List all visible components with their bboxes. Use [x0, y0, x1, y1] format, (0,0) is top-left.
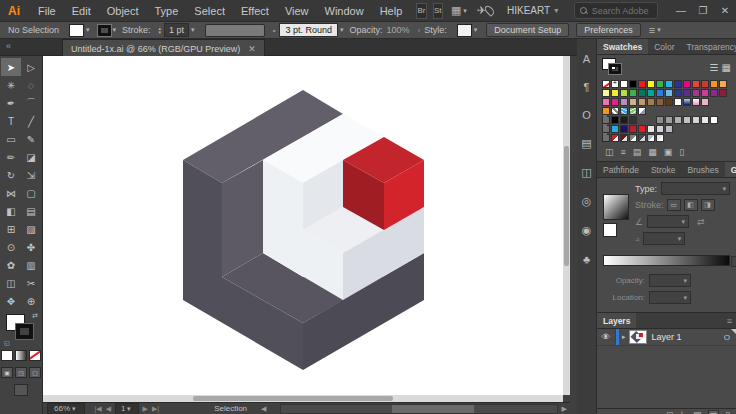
blend-tool[interactable]: ✤	[21, 238, 41, 256]
swatch[interactable]	[656, 125, 664, 133]
style-chevron-icon[interactable]: ▾	[474, 26, 478, 34]
gradient-slider-button[interactable]	[731, 256, 736, 267]
swatch[interactable]	[611, 89, 619, 97]
swatch[interactable]	[638, 125, 646, 133]
delete-layer-icon[interactable]: ▯	[725, 410, 730, 414]
gradient-location-select[interactable]: ▾	[649, 291, 691, 304]
workspace-chevron-icon[interactable]: ▾	[463, 7, 467, 15]
layer-name[interactable]: Layer 1	[652, 332, 682, 342]
gradient-slider[interactable]	[603, 255, 730, 266]
eyedropper-tool[interactable]: ⊙	[1, 238, 21, 256]
reverse-gradient-icon[interactable]: ⇄	[697, 217, 705, 227]
swatch[interactable]	[629, 125, 637, 133]
swatch-split-dkred[interactable]	[620, 134, 628, 142]
swatch-reg[interactable]	[611, 80, 619, 88]
hand-tool[interactable]: ✥	[1, 292, 21, 310]
magic-wand-tool[interactable]: ✳	[1, 76, 21, 94]
color-themes-icon[interactable]: ◉	[582, 224, 592, 237]
gradient-stop-proxy[interactable]	[603, 223, 617, 237]
free-transform-tool[interactable]: ▢	[21, 184, 41, 202]
paintbrush-tool[interactable]: ✎	[21, 130, 41, 148]
swatch[interactable]	[665, 116, 673, 124]
swatch-tri[interactable]	[638, 107, 646, 115]
swatches-fill-stroke-proxy[interactable]	[602, 58, 624, 76]
visibility-eye-icon[interactable]: 👁	[597, 329, 616, 345]
swatch[interactable]	[665, 89, 673, 97]
tab-pathfinder[interactable]: Pathfinde	[597, 162, 645, 177]
close-button[interactable]: ✕	[714, 3, 736, 19]
libraries-panel-icon[interactable]: ▤	[581, 137, 591, 150]
swatch[interactable]	[683, 89, 691, 97]
swatch[interactable]	[602, 89, 610, 97]
swatch-options-icon[interactable]: ▤	[633, 147, 642, 157]
menu-help[interactable]: Help	[372, 5, 411, 17]
stroke-swatch[interactable]	[98, 25, 111, 36]
gradient-tool[interactable]: ▨	[21, 220, 41, 238]
swatch[interactable]	[647, 80, 655, 88]
canvas[interactable]	[43, 56, 563, 395]
column-graph-tool[interactable]: ▥	[21, 256, 41, 274]
artboard-tool[interactable]: ◫	[1, 274, 21, 292]
swatch[interactable]	[629, 89, 637, 97]
tab-stroke[interactable]: Stroke	[645, 162, 682, 177]
swatch[interactable]	[710, 80, 718, 88]
horizontal-scrollbar[interactable]	[43, 395, 563, 402]
maximize-button[interactable]: ❐	[692, 3, 714, 19]
shaper-tool[interactable]: ◪	[21, 148, 41, 166]
opentype-panel-icon[interactable]: O	[582, 109, 591, 121]
stroke-proxy[interactable]	[16, 324, 33, 339]
color-group-folder[interactable]	[602, 134, 610, 142]
style-swatch[interactable]	[457, 24, 472, 37]
stroke-weight-field[interactable]: 1 pt	[164, 23, 189, 37]
scroll-right-icon[interactable]: ▶	[562, 405, 567, 413]
zoom-level-field[interactable]: 66% ▾	[47, 403, 85, 414]
more-options-chevron-icon[interactable]: ›	[418, 26, 421, 35]
fill-stroke-proxy[interactable]: ⇄ ◱	[4, 314, 38, 344]
bridge-button[interactable]: Br	[416, 3, 426, 19]
fill-chevron-icon[interactable]: ▾	[86, 26, 90, 34]
swatch[interactable]	[683, 80, 691, 88]
vertical-scrollbar[interactable]	[563, 56, 570, 395]
new-sublayer-icon[interactable]: ↳	[679, 410, 687, 414]
new-swatch-icon[interactable]: ▣	[664, 147, 673, 157]
swatch-pat-blue[interactable]	[620, 107, 628, 115]
swatch-checker[interactable]	[611, 107, 619, 115]
menu-view[interactable]: View	[277, 5, 317, 17]
gradient-stroke-button-3[interactable]: ◨	[701, 199, 715, 211]
swatch[interactable]	[629, 116, 637, 124]
selection-tool[interactable]: ➤	[1, 58, 21, 76]
rectangle-tool[interactable]: ▭	[1, 130, 21, 148]
horizontal-scrollbar-thumb[interactable]	[193, 396, 393, 401]
swatch[interactable]	[665, 98, 673, 106]
document-tab[interactable]: Untitled-1x.ai @ 66% (RGB/GPU Preview) ✕	[62, 39, 265, 57]
swatch[interactable]	[620, 89, 628, 97]
swatch-split-white[interactable]	[656, 134, 664, 142]
draw-normal-button[interactable]: ▣	[1, 367, 13, 378]
swatch[interactable]	[719, 80, 727, 88]
collect-export-icon[interactable]: ▤	[693, 410, 702, 414]
swatch[interactable]	[647, 89, 655, 97]
opacity-value[interactable]: 100%	[387, 25, 410, 35]
swatch[interactable]	[656, 98, 664, 106]
swatch-split-silver[interactable]	[647, 134, 655, 142]
swatch[interactable]	[710, 89, 718, 97]
prev-artboard-icon[interactable]: ◀	[106, 405, 111, 413]
delete-swatch-icon[interactable]: ▯	[679, 147, 684, 157]
default-fill-stroke-icon[interactable]: ◱	[4, 339, 10, 346]
stock-button[interactable]: St	[433, 3, 443, 19]
swatch[interactable]	[602, 107, 610, 115]
screen-mode-button[interactable]	[14, 384, 28, 396]
swatch[interactable]	[656, 80, 664, 88]
brush-definition-field[interactable]: 3 pt. Round	[279, 23, 338, 37]
swatch[interactable]	[656, 89, 664, 97]
gradient-angle-select[interactable]: ▾	[647, 215, 689, 228]
gradient-stroke-button-2[interactable]: ◧	[684, 199, 698, 211]
menu-select[interactable]: Select	[186, 5, 233, 17]
tab-brushes[interactable]: Brushes	[682, 162, 725, 177]
swatch[interactable]	[620, 125, 628, 133]
swatch[interactable]	[674, 89, 682, 97]
artboard-nav-field[interactable]: 1 ▾	[115, 403, 138, 414]
swatch-split-gray[interactable]	[629, 134, 637, 142]
gradient-opacity-select[interactable]: ▾	[649, 274, 691, 287]
fill-swatch[interactable]	[69, 24, 84, 37]
